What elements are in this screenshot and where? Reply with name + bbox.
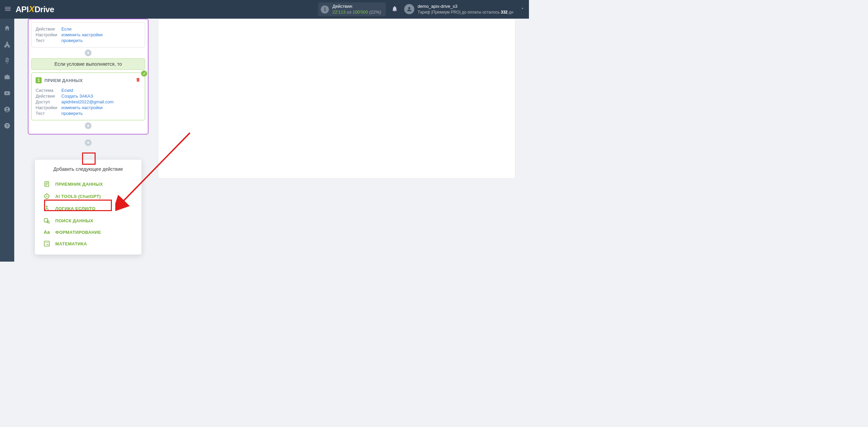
svg-point-12 bbox=[46, 196, 47, 197]
popup-item-label: ПРИЕМНИК ДАННЫХ bbox=[55, 182, 103, 187]
row-value-link[interactable]: apidritest2022@gmail.com bbox=[61, 99, 114, 104]
flow-container: ДействиеЕсли Настройкиизменить настройки… bbox=[28, 19, 149, 135]
row-label: Система bbox=[36, 88, 61, 93]
condition-card[interactable]: ДействиеЕсли Настройкиизменить настройки… bbox=[31, 22, 145, 47]
avatar-icon bbox=[404, 4, 414, 14]
step-number: 1 bbox=[36, 77, 42, 83]
row-value-link[interactable]: изменить настройки bbox=[61, 32, 103, 37]
delete-button[interactable] bbox=[135, 77, 141, 84]
row-value-link[interactable]: проверить bbox=[61, 38, 83, 43]
row-value-link[interactable]: Создать ЗАКАЗ bbox=[61, 94, 93, 99]
svg-rect-13 bbox=[44, 219, 48, 222]
add-step-button[interactable]: + bbox=[85, 122, 92, 129]
svg-rect-1 bbox=[4, 45, 6, 47]
flow-column: ДействиеЕсли Настройкиизменить настройки… bbox=[28, 19, 149, 148]
tariff-line: Тариф |Премиум PRO| до оплаты осталось 3… bbox=[418, 9, 513, 15]
ai-icon bbox=[43, 193, 51, 200]
connections-icon[interactable] bbox=[4, 41, 11, 49]
row-value-link[interactable]: проверить bbox=[61, 111, 83, 116]
home-icon[interactable] bbox=[4, 25, 11, 33]
annotation-highlight bbox=[44, 200, 112, 211]
annotation-highlight bbox=[82, 152, 96, 165]
popup-item-label: AI TOOLS (ChatGPT) bbox=[55, 194, 101, 199]
logo-text-pre: API bbox=[16, 5, 29, 14]
svg-rect-0 bbox=[6, 42, 7, 43]
app-header: APIXDrive i Действия: 22'113 из 100'000 … bbox=[0, 0, 529, 19]
row-label: Доступ bbox=[36, 99, 61, 104]
row-label: Действие bbox=[36, 94, 61, 99]
actions-used: 22'113 bbox=[332, 9, 346, 15]
user-menu[interactable]: demo_apix-drive_s3 Тариф |Премиум PRO| д… bbox=[404, 3, 525, 15]
sidebar: ? bbox=[0, 19, 14, 262]
svg-rect-15 bbox=[44, 241, 50, 246]
youtube-icon[interactable] bbox=[4, 90, 11, 98]
svg-text:?: ? bbox=[6, 123, 8, 128]
billing-icon[interactable] bbox=[4, 57, 11, 65]
receiver-card[interactable]: 1 ПРИЕМ ДАННЫХ СистемаEcwid ДействиеСозд… bbox=[31, 73, 145, 120]
row-label: Настройки bbox=[36, 105, 61, 110]
username: demo_apix-drive_s3 bbox=[418, 3, 513, 9]
content-panel bbox=[158, 19, 515, 179]
search-data-icon bbox=[43, 217, 51, 224]
row-label: Действие bbox=[36, 26, 61, 32]
row-label: Тест bbox=[36, 38, 61, 43]
actions-total: 100'000 bbox=[353, 9, 368, 15]
popup-item-receiver[interactable]: ПРИЕМНИК ДАННЫХ bbox=[35, 178, 141, 190]
math-icon bbox=[43, 240, 51, 247]
popup-item-search[interactable]: ПОИСК ДАННЫХ bbox=[35, 215, 141, 227]
row-value-link[interactable]: Ecwid bbox=[61, 88, 73, 93]
account-icon[interactable] bbox=[4, 106, 11, 114]
chevron-down-icon bbox=[520, 6, 525, 12]
add-step-button[interactable]: + bbox=[85, 49, 92, 56]
condition-then-bar: Если условие выполняется, то bbox=[31, 58, 145, 70]
svg-rect-2 bbox=[8, 45, 10, 47]
svg-rect-3 bbox=[6, 44, 8, 45]
row-label: Тест bbox=[36, 111, 61, 116]
info-icon: i bbox=[321, 5, 329, 14]
popup-item-format[interactable]: Aa ФОРМАТИРОВАНИЕ bbox=[35, 227, 141, 238]
add-action-button[interactable]: + bbox=[85, 139, 92, 146]
main-area: ДействиеЕсли Настройкиизменить настройки… bbox=[14, 19, 529, 262]
format-icon: Aa bbox=[43, 229, 51, 235]
actions-label: Действия: bbox=[332, 4, 381, 9]
popup-item-label: ПОИСК ДАННЫХ bbox=[55, 218, 93, 223]
logo-text-post: Drive bbox=[35, 5, 54, 14]
briefcase-icon[interactable] bbox=[4, 74, 11, 82]
logo: APIXDrive bbox=[16, 5, 54, 14]
popup-item-label: ФОРМАТИРОВАНИЕ bbox=[55, 230, 101, 235]
popup-title: Добавить следующее действие bbox=[35, 166, 141, 172]
hamburger-menu[interactable] bbox=[4, 5, 12, 14]
actions-counter[interactable]: i Действия: 22'113 из 100'000 (22%) bbox=[318, 2, 386, 17]
clipboard-icon bbox=[43, 181, 51, 187]
row-value-link[interactable]: Если bbox=[61, 26, 72, 32]
actions-pct: (22%) bbox=[369, 9, 381, 15]
popup-item-math[interactable]: МАТЕМАТИКА bbox=[35, 238, 141, 250]
logo-x: X bbox=[29, 4, 35, 14]
notifications-bell[interactable] bbox=[391, 5, 398, 14]
actions-iz: из bbox=[347, 9, 351, 15]
help-icon[interactable]: ? bbox=[4, 122, 11, 130]
svg-point-6 bbox=[6, 108, 8, 109]
check-badge-icon bbox=[141, 70, 147, 77]
row-value-link[interactable]: изменить настройки bbox=[61, 105, 103, 110]
receiver-title: ПРИЕМ ДАННЫХ bbox=[44, 78, 83, 83]
row-label: Настройки bbox=[36, 32, 61, 37]
popup-item-label: МАТЕМАТИКА bbox=[55, 241, 87, 246]
